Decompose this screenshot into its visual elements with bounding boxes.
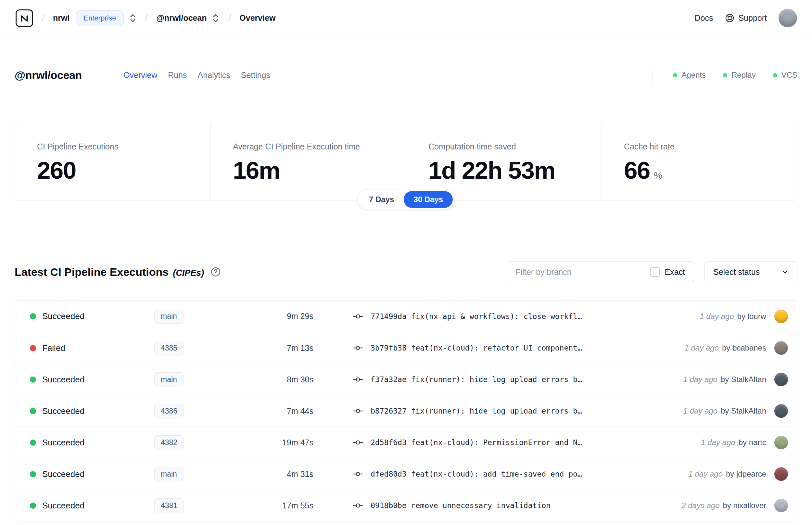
- cipe-row[interactable]: Failed 4385 7m 13s 3b79fb38 feat(nx-clou…: [15, 332, 797, 363]
- chevron-up-down-icon: [129, 13, 137, 24]
- commit-message: 0918b0be remove unnecessary invalidation: [371, 501, 551, 510]
- status-label: Succeeded: [42, 311, 85, 321]
- cipe-row[interactable]: Succeeded 4382 19m 47s 2d58f6d3 feat(nx-…: [15, 426, 797, 458]
- nx-logo-icon: [19, 13, 30, 24]
- meta-cell: 2 days ago by nixallover: [681, 499, 788, 512]
- commit-cell: 3b79fb38 feat(nx-cloud): refactor UI com…: [313, 344, 684, 352]
- status-dot: [30, 471, 36, 477]
- range-7-days-button[interactable]: 7 Days: [359, 191, 404, 208]
- author-label: by bcabanes: [722, 343, 766, 352]
- stat-number: 16m: [233, 156, 280, 184]
- status-cell: Failed: [30, 343, 154, 353]
- branch-cell: 4382: [154, 435, 229, 450]
- status-dot: [30, 313, 36, 319]
- branch-badge[interactable]: main: [154, 309, 184, 324]
- stats-section: CI Pipeline Executions 260 Average CI Pi…: [15, 123, 797, 200]
- cipes-header: Latest CI Pipeline Executions (CIPEs) Ex…: [15, 261, 797, 282]
- nx-logo[interactable]: [16, 10, 33, 27]
- git-commit-icon: [353, 501, 363, 510]
- workspace-header: @nrwl/ocean Overview Runs Analytics Sett…: [15, 68, 797, 82]
- meta-cell: 1 day ago by nartc: [701, 436, 788, 449]
- commit-cell: f37a32ae fix(runner): hide log upload er…: [313, 375, 684, 384]
- status-indicator-replay[interactable]: Replay: [723, 71, 756, 79]
- status-cell: Succeeded: [30, 406, 154, 416]
- git-commit-icon: [353, 470, 363, 478]
- cipe-row[interactable]: Succeeded 4381 17m 55s 0918b0be remove u…: [15, 490, 797, 521]
- author-label: by lourw: [737, 312, 766, 321]
- status-cell: Succeeded: [30, 375, 154, 385]
- relative-time: 1 day ago: [684, 406, 718, 416]
- tab-runs[interactable]: Runs: [168, 71, 187, 80]
- author-avatar: [774, 404, 788, 418]
- status-cell: Succeeded: [30, 469, 154, 479]
- duration-label: 19m 47s: [229, 438, 313, 447]
- exact-checkbox[interactable]: [650, 267, 660, 277]
- cipes-title: Latest CI Pipeline Executions (CIPEs): [15, 266, 204, 279]
- vertical-divider: [653, 68, 653, 82]
- branch-badge[interactable]: main: [154, 372, 184, 387]
- chevron-up-down-icon: [212, 13, 219, 24]
- meta-cell: 1 day ago by lourw: [700, 310, 788, 323]
- commit-message: 771499da fix(nx-api & workflows): close …: [371, 312, 582, 321]
- author-avatar: [774, 436, 788, 449]
- meta-cell: 1 day ago by StalkAltan: [684, 404, 788, 418]
- relative-time: 1 day ago: [701, 438, 735, 447]
- branch-badge[interactable]: 4386: [154, 404, 184, 418]
- meta-cell: 1 day ago by bcabanes: [684, 341, 788, 355]
- indicator-label: VCS: [781, 71, 797, 79]
- support-link[interactable]: Support: [725, 13, 767, 23]
- status-indicator-vcs[interactable]: VCS: [773, 71, 797, 79]
- breadcrumb-page: Overview: [240, 13, 275, 23]
- workspace-switcher-button[interactable]: [212, 13, 219, 24]
- exact-match-toggle[interactable]: Exact: [641, 262, 694, 282]
- git-commit-icon: [353, 344, 363, 352]
- tab-analytics[interactable]: Analytics: [198, 71, 230, 80]
- relative-time: 2 days ago: [681, 501, 719, 510]
- branch-badge[interactable]: 4385: [154, 341, 184, 356]
- author-label: by nartc: [739, 438, 766, 447]
- status-label: Succeeded: [42, 375, 85, 385]
- exact-label: Exact: [664, 267, 685, 277]
- cipe-row[interactable]: Succeeded main 8m 30s f37a32ae fix(runne…: [15, 363, 797, 395]
- git-commit-icon: [353, 375, 363, 384]
- duration-label: 4m 31s: [229, 469, 313, 479]
- breadcrumb-separator: /: [42, 12, 45, 24]
- cipe-row[interactable]: Succeeded 4386 7m 44s b8726327 fix(runne…: [15, 395, 797, 426]
- author-avatar: [774, 373, 788, 386]
- docs-link[interactable]: Docs: [694, 13, 713, 23]
- org-switcher-button[interactable]: [129, 13, 137, 24]
- status-cell: Succeeded: [30, 438, 154, 448]
- page-title: @nrwl/ocean: [15, 69, 82, 81]
- breadcrumb-separator: /: [145, 12, 148, 24]
- duration-label: 17m 55s: [229, 501, 313, 510]
- cipe-row[interactable]: Succeeded main 4m 31s dfed80d3 feat(nx-c…: [15, 458, 797, 490]
- chevron-down-icon: [781, 268, 789, 276]
- stat-label: Cache hit rate: [624, 142, 797, 151]
- status-dot: [30, 439, 36, 446]
- user-avatar[interactable]: [779, 9, 797, 27]
- nx-cloud-dashboard: / nrwl Enterprise / @nrwl/ocean / Overvi…: [0, 0, 812, 525]
- commit-message: dfed80d3 feat(nx-cloud): add time-saved …: [371, 470, 582, 478]
- author-avatar: [774, 467, 788, 481]
- branch-badge[interactable]: 4382: [154, 435, 184, 450]
- commit-message: b8726327 fix(runner): hide log upload er…: [371, 407, 582, 415]
- stat-number: 1d 22h 53m: [428, 156, 555, 184]
- cipe-row[interactable]: Succeeded main 9m 29s 771499da fix(nx-ap…: [15, 300, 797, 332]
- relative-time: 1 day ago: [700, 312, 734, 321]
- help-button[interactable]: [210, 266, 221, 278]
- author-avatar: [774, 341, 788, 355]
- status-select-dropdown[interactable]: Select status: [704, 261, 797, 282]
- stat-value: 260: [37, 156, 211, 184]
- status-indicator-agents[interactable]: Agents: [673, 71, 706, 79]
- status-dot: [30, 376, 36, 383]
- status-cell: Succeeded: [30, 501, 154, 511]
- tab-overview[interactable]: Overview: [123, 71, 157, 80]
- tab-settings[interactable]: Settings: [241, 71, 270, 80]
- branch-badge[interactable]: 4381: [154, 498, 184, 513]
- branch-badge[interactable]: main: [154, 467, 184, 481]
- stat-value: 1d 22h 53m: [428, 156, 601, 184]
- green-dot-icon: [723, 73, 727, 77]
- range-30-days-button[interactable]: 30 Days: [404, 191, 453, 208]
- duration-label: 7m 44s: [229, 406, 313, 416]
- branch-filter-input[interactable]: [507, 262, 641, 282]
